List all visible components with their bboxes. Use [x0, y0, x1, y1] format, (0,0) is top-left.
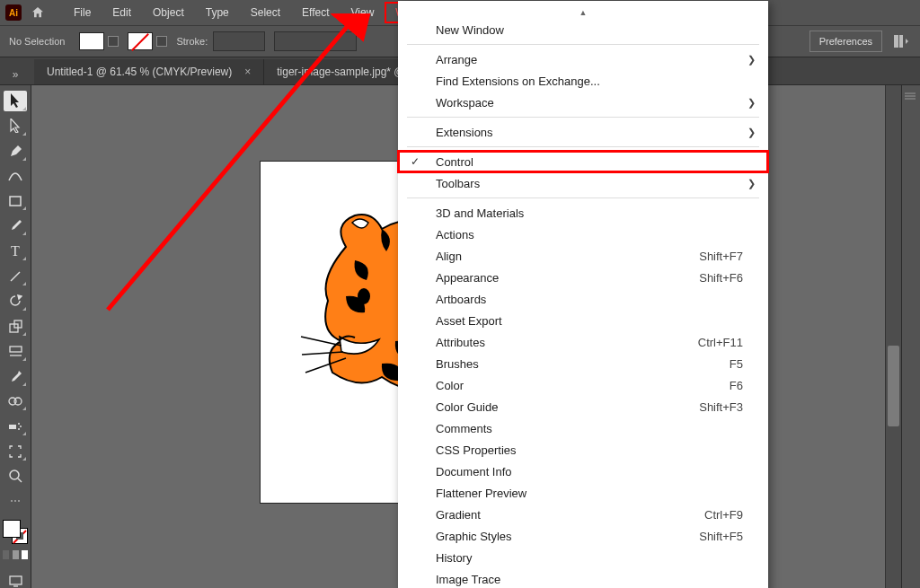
edit-toolbar-icon[interactable]: ⋯ — [4, 491, 27, 512]
menu-item-toolbars[interactable]: Toolbars❯ — [398, 172, 768, 194]
menu-item-comments[interactable]: Comments — [398, 417, 768, 439]
menu-item-workspace[interactable]: Workspace❯ — [398, 92, 768, 113]
app-icon: Ai — [5, 4, 22, 21]
paintbrush-tool[interactable] — [4, 215, 27, 236]
menu-item-align[interactable]: AlignShift+F7 — [398, 245, 768, 267]
menu-type[interactable]: Type — [195, 2, 240, 23]
scrollbar-thumb[interactable] — [888, 346, 899, 426]
submenu-arrow-icon: ❯ — [748, 54, 756, 66]
curvature-tool[interactable] — [4, 166, 27, 187]
right-panel-dock[interactable] — [901, 85, 920, 588]
menu-item-find-extensions-on-exchange[interactable]: Find Extensions on Exchange... — [398, 70, 768, 92]
preferences-button[interactable]: Preferences — [809, 31, 882, 52]
screen-mode-icon[interactable] — [5, 572, 25, 588]
menu-scroll-up-icon[interactable]: ▲ — [398, 6, 768, 19]
artboard-tool[interactable] — [4, 441, 27, 461]
menu-separator — [407, 44, 759, 45]
menu-item-css-properties[interactable]: CSS Properties — [398, 439, 768, 461]
fill-swatch[interactable] — [79, 32, 104, 50]
menu-item-brushes[interactable]: BrushesF5 — [398, 353, 768, 374]
fill-dropdown[interactable] — [108, 36, 119, 47]
home-icon[interactable] — [29, 4, 47, 22]
menu-item-label: New Window — [436, 23, 504, 37]
menu-item-artboards[interactable]: Artboards — [398, 288, 768, 310]
menu-separator — [407, 197, 759, 198]
svg-point-11 — [14, 398, 22, 405]
svg-rect-8 — [10, 347, 22, 352]
menu-item-new-window[interactable]: New Window — [398, 19, 768, 40]
menu-item-label: CSS Properties — [436, 443, 517, 457]
menu-item-image-trace[interactable]: Image Trace — [398, 568, 768, 588]
menu-item-shortcut: Ctrl+F9 — [704, 508, 743, 522]
menu-view[interactable]: View — [341, 2, 385, 23]
pen-tool[interactable] — [4, 141, 27, 162]
scale-tool[interactable] — [4, 316, 27, 337]
menu-item-shortcut: Shift+F6 — [699, 271, 743, 285]
rectangle-tool[interactable] — [4, 191, 27, 212]
menu-item-attributes[interactable]: AttributesCtrl+F11 — [398, 331, 768, 353]
menu-file[interactable]: File — [63, 2, 102, 23]
menu-item-shortcut: Shift+F3 — [699, 400, 743, 414]
svg-point-14 — [20, 426, 22, 427]
menu-item-control[interactable]: ✓Control — [398, 151, 768, 172]
menu-item-label: Control — [436, 155, 473, 169]
shape-builder-tool[interactable] — [4, 391, 27, 412]
toolbox: T ⋯ — [0, 85, 31, 588]
menu-item-label: Appearance — [436, 271, 499, 285]
draw-mode-icons[interactable] — [3, 550, 28, 562]
eyedropper-tool[interactable] — [4, 366, 27, 387]
close-icon[interactable]: × — [244, 66, 251, 78]
type-tool[interactable]: T — [4, 241, 27, 261]
menu-item-arrange[interactable]: Arrange❯ — [398, 48, 768, 70]
menu-item-document-info[interactable]: Document Info — [398, 461, 768, 482]
vertical-scrollbar[interactable] — [885, 85, 901, 588]
menu-item-appearance[interactable]: AppearanceShift+F6 — [398, 267, 768, 288]
menu-item-label: Color Guide — [436, 400, 498, 414]
submenu-arrow-icon: ❯ — [748, 178, 756, 189]
menu-effect[interactable]: Effect — [291, 2, 340, 23]
stroke-label: Stroke: — [176, 36, 208, 47]
line-segment-tool[interactable] — [4, 266, 27, 286]
menu-item-color-guide[interactable]: Color GuideShift+F3 — [398, 396, 768, 417]
svg-line-4 — [11, 272, 20, 281]
menu-item-label: Brushes — [436, 357, 479, 371]
menu-item-label: Document Info — [436, 465, 512, 478]
selection-tool[interactable] — [4, 91, 27, 111]
menu-item-label: Attributes — [436, 336, 485, 349]
svg-rect-12 — [9, 425, 16, 429]
document-tab-label: tiger-image-sample.jpg* @ — [277, 66, 404, 78]
menu-item-actions[interactable]: Actions — [398, 224, 768, 245]
menu-item-flattener-preview[interactable]: Flattener Preview — [398, 482, 768, 504]
stroke-swatch[interactable] — [128, 32, 153, 50]
svg-marker-5 — [18, 295, 22, 299]
menu-item-extensions[interactable]: Extensions❯ — [398, 121, 768, 143]
rotate-tool[interactable] — [4, 291, 27, 312]
menu-item-asset-export[interactable]: Asset Export — [398, 310, 768, 331]
menu-item-label: Image Trace — [436, 573, 500, 586]
menu-item-history[interactable]: History — [398, 547, 768, 568]
stroke-weight-input[interactable] — [213, 31, 265, 51]
menu-select[interactable]: Select — [240, 2, 291, 23]
direct-selection-tool[interactable] — [4, 116, 27, 136]
menu-item-gradient[interactable]: GradientCtrl+F9 — [398, 504, 768, 525]
document-tab[interactable]: Untitled-1 @ 61.45 % (CMYK/Preview)× — [34, 59, 264, 84]
menu-edit[interactable]: Edit — [102, 2, 142, 23]
zoom-tool[interactable] — [4, 466, 27, 487]
menu-item-color[interactable]: ColorF6 — [398, 374, 768, 396]
symbol-sprayer-tool[interactable] — [4, 416, 27, 436]
svg-rect-18 — [10, 576, 22, 584]
menu-item-3d-and-materials[interactable]: 3D and Materials — [398, 202, 768, 224]
menu-item-shortcut: Shift+F7 — [699, 250, 743, 263]
svg-line-17 — [18, 478, 22, 482]
tab-overflow-icon[interactable]: » — [5, 65, 25, 84]
panel-toggle-icon[interactable] — [891, 32, 911, 50]
document-tab[interactable]: tiger-image-sample.jpg* @ — [264, 59, 418, 84]
menu-item-graphic-styles[interactable]: Graphic StylesShift+F5 — [398, 525, 768, 547]
stroke-dropdown[interactable] — [156, 36, 167, 47]
menu-item-label: Find Extensions on Exchange... — [436, 75, 600, 88]
selection-status: No Selection — [9, 36, 65, 47]
opacity-input[interactable] — [274, 31, 357, 51]
fill-stroke-control[interactable] — [3, 520, 28, 544]
menu-object[interactable]: Object — [142, 2, 195, 23]
width-tool[interactable] — [4, 341, 27, 362]
